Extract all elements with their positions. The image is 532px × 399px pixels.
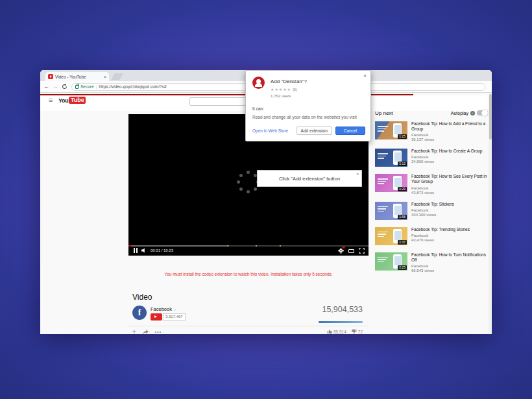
tab-title: Video - YouTube (55, 75, 102, 79)
tooltip-close-icon[interactable]: × (356, 172, 359, 176)
scrollbar-thumb[interactable] (489, 94, 492, 139)
verified-badge-icon: ✓ (174, 308, 177, 311)
up-next-views: 96,543 views (411, 269, 488, 272)
extension-install-popup: × Add "Denizan"? ★★★★★ (0) 1,762 users I… (245, 70, 371, 141)
sentiment-bar (319, 321, 363, 323)
up-next-video[interactable]: 1:29 Facebook Tip: How to See Every Post… (375, 174, 488, 194)
up-next-video[interactable]: 1:13 Facebook Tip: How to Create A Group… (375, 149, 488, 167)
video-thumbnail[interactable]: 1:29 (375, 174, 407, 192)
hd-badge (342, 247, 345, 248)
video-thumbnail[interactable]: 2:25 (375, 252, 407, 271)
logo-you-text: You (58, 97, 68, 104)
codec-warning-text: You must install the codec extension to … (128, 272, 369, 276)
thumbnail-caption-graphic (378, 232, 388, 239)
youtube-logo[interactable]: You Tube (58, 97, 86, 104)
forward-icon[interactable]: → (53, 84, 58, 90)
up-next-channel[interactable]: Facebook (411, 133, 488, 137)
up-next-channel[interactable]: Facebook (411, 208, 488, 212)
menu-icon[interactable]: ≡ (49, 97, 53, 104)
new-tab-button[interactable] (111, 73, 123, 80)
up-next-channel[interactable]: Facebook (411, 234, 488, 237)
it-can-label: It can: (252, 106, 264, 111)
time-display: 00:01 / 15:23 (151, 248, 173, 252)
popup-close-icon[interactable]: × (363, 73, 367, 79)
cancel-button[interactable]: Cancel (335, 127, 365, 135)
back-icon[interactable]: ← (43, 84, 49, 90)
url-separator: | (96, 84, 97, 89)
theater-mode-icon[interactable] (348, 249, 354, 253)
subscribe-widget[interactable]: 3.917.467 (151, 313, 186, 320)
thumbnail-caption-graphic (378, 206, 388, 213)
ad-marker (280, 245, 281, 247)
up-next-title[interactable]: Facebook Tip: Stickers (411, 202, 488, 207)
page-scrollbar[interactable] (489, 93, 492, 334)
up-next-video[interactable]: 1:37 Facebook Tip: Trending Stories Face… (375, 227, 488, 245)
youtube-favicon-icon (48, 74, 53, 79)
channel-avatar[interactable]: f (132, 306, 147, 320)
seek-bar[interactable] (128, 245, 369, 247)
more-actions-icon[interactable]: ••• (155, 330, 162, 334)
rating-count: (0) (293, 88, 297, 91)
up-next-channel[interactable]: Facebook (411, 186, 488, 190)
add-extension-button[interactable]: Add extension (296, 127, 332, 135)
up-next-title[interactable]: Facebook Tip: How to Add a Friend to a G… (411, 121, 488, 132)
thumbnail-caption-graphic (378, 257, 388, 264)
reload-icon[interactable] (62, 84, 67, 90)
fullscreen-icon[interactable] (359, 248, 365, 254)
video-thumbnail[interactable]: 1:25 (375, 121, 407, 139)
users-count: 1,762 users (271, 94, 291, 98)
duration-badge: 1:37 (398, 240, 407, 245)
browser-window: Video - YouTube × ← → Secure | https://v… (40, 70, 492, 334)
up-next-list: 1:25 Facebook Tip: How to Add a Friend t… (375, 121, 488, 272)
up-next-title[interactable]: Facebook Tip: Trending Stories (411, 227, 488, 232)
duration-badge: 1:25 (398, 134, 407, 139)
up-next-label: Up next (375, 110, 393, 116)
dislike-count: 72 (358, 330, 363, 334)
dislike-button[interactable]: 72 (352, 329, 363, 334)
up-next-title[interactable]: Facebook Tip: How to See Every Post in Y… (411, 174, 488, 184)
up-next-video[interactable]: 1:58 Facebook Tip: Stickers Facebook 404… (375, 202, 488, 220)
autoplay-label: Autoplay (451, 111, 468, 115)
duration-badge: 1:13 (398, 162, 407, 166)
up-next-title[interactable]: Facebook Tip: How to Turn Notifications … (411, 252, 488, 263)
subscribe-button[interactable] (151, 313, 162, 320)
secure-label: Secure (80, 84, 94, 89)
up-next-video[interactable]: 2:25 Facebook Tip: How to Turn Notificat… (375, 252, 488, 272)
like-button[interactable]: 85,514 (327, 329, 346, 334)
autoplay-toggle[interactable] (477, 110, 488, 115)
permission-text: Read and change all your data on the web… (252, 115, 368, 119)
ad-marker (227, 245, 228, 247)
add-to-icon[interactable]: + (132, 328, 136, 334)
up-next-title[interactable]: Facebook Tip: How to Create A Group (411, 149, 488, 154)
settings-gear-icon[interactable] (338, 248, 344, 254)
thumbnail-caption-graphic (378, 178, 388, 186)
up-next-sidebar: Up next Autoplay i 1:25 (375, 108, 488, 280)
volume-icon[interactable] (141, 248, 147, 253)
share-icon[interactable] (143, 330, 149, 335)
tab-close-icon[interactable]: × (104, 75, 106, 79)
video-thumbnail[interactable]: 1:13 (375, 149, 407, 167)
up-next-views: 43,873 views (411, 191, 488, 195)
video-thumbnail[interactable]: 1:37 (375, 227, 407, 245)
rating-stars-icon: ★★★★★ (271, 87, 291, 91)
info-icon[interactable]: i (470, 111, 475, 115)
video-thumbnail[interactable]: 1:58 (375, 202, 407, 220)
url-text[interactable]: https://video-goyd.blogspot.com/?v# (99, 84, 166, 89)
pause-icon[interactable] (134, 248, 138, 253)
channel-name[interactable]: Facebook (151, 306, 172, 312)
up-next-views: 404,300 views (411, 213, 488, 217)
up-next-channel[interactable]: Facebook (411, 155, 488, 159)
player-controls: 00:01 / 15:23 (128, 245, 369, 256)
autoplay-control: Autoplay i (451, 110, 488, 115)
view-count: 15,904,533 (287, 305, 363, 314)
thumbnail-caption-graphic (378, 153, 388, 160)
up-next-video[interactable]: 1:25 Facebook Tip: How to Add a Friend t… (375, 121, 488, 141)
open-webstore-link[interactable]: Open in Web Store (252, 128, 288, 133)
duration-badge: 1:58 (398, 215, 407, 219)
up-next-views: 43,479 views (411, 238, 488, 242)
up-next-views: 36,137 views (411, 138, 488, 141)
thumbnail-caption-graphic (378, 126, 388, 133)
browser-tab[interactable]: Video - YouTube × (45, 72, 109, 81)
video-title: Video (132, 293, 152, 302)
up-next-channel[interactable]: Facebook (411, 264, 488, 268)
